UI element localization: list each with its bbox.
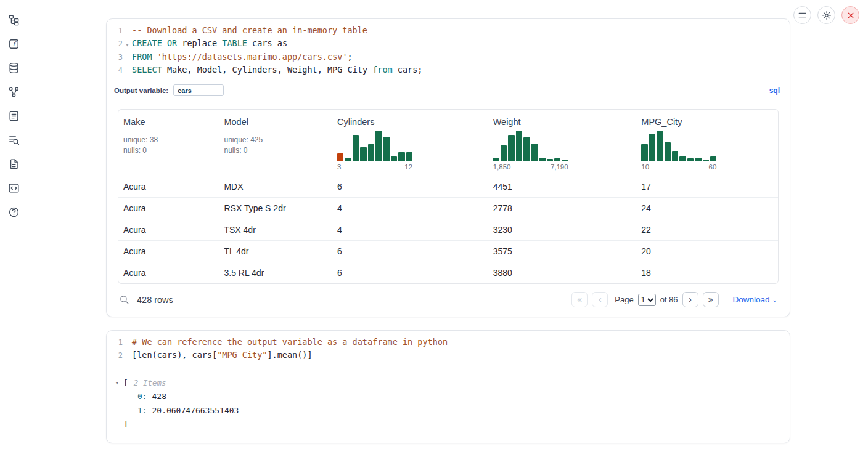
histogram-bar[interactable]: [695, 158, 701, 161]
histogram[interactable]: [337, 129, 412, 161]
histogram-bar[interactable]: [523, 137, 530, 161]
histogram-bar[interactable]: [516, 131, 522, 161]
next-page-button[interactable]: ›: [682, 292, 698, 307]
histogram-bar[interactable]: [398, 152, 404, 161]
histogram-bar[interactable]: [360, 147, 366, 161]
help-icon: [8, 206, 20, 218]
close-icon: [846, 11, 855, 20]
histogram-bar[interactable]: [710, 156, 716, 161]
line-number: 1: [107, 25, 123, 38]
histogram-bar[interactable]: [672, 151, 678, 161]
histogram-bar[interactable]: [539, 158, 545, 161]
table-cell: 4: [332, 219, 488, 241]
histogram-bar[interactable]: [657, 131, 663, 161]
close-button[interactable]: [841, 6, 859, 24]
histogram-bar[interactable]: [531, 144, 538, 161]
histogram-axis: 1060: [641, 163, 716, 171]
column-header-cylinders[interactable]: Cylinders312: [332, 110, 488, 176]
sidebar-button-scratchpad[interactable]: [6, 108, 21, 123]
sidebar-button-function[interactable]: f: [6, 36, 21, 51]
sidebar-button-documentation[interactable]: [6, 156, 21, 171]
histogram-bar[interactable]: [368, 144, 374, 161]
fold-gutter: [123, 336, 132, 349]
sidebar-button-database[interactable]: [6, 60, 21, 75]
language-badge[interactable]: sql: [769, 86, 780, 95]
column-name[interactable]: MPG_City: [641, 117, 773, 127]
histogram-bar[interactable]: [406, 152, 412, 161]
code-line[interactable]: 2▾CREATE OR replace TABLE cars as: [107, 38, 790, 52]
histogram-bar[interactable]: [508, 135, 514, 161]
histogram-bar[interactable]: [641, 144, 647, 161]
tree-root-line: ▾ [ 2 Items: [115, 376, 781, 390]
chevron-down-icon[interactable]: ▾: [115, 376, 123, 390]
code-text: # We can reference the output variable a…: [132, 336, 448, 349]
histogram[interactable]: [493, 129, 568, 161]
download-button[interactable]: Download ⌄: [733, 295, 777, 304]
table-cell: 24: [636, 198, 778, 219]
code-line[interactable]: 3FROM 'https://datasets.marimo.app/cars.…: [107, 51, 790, 64]
table-cell: 6: [332, 262, 488, 284]
column-name[interactable]: Weight: [493, 117, 632, 127]
notebook: 1-- Download a CSV and create an in-memo…: [106, 18, 790, 443]
python-editor[interactable]: 1# We can reference the output variable …: [107, 331, 790, 366]
histogram-bar[interactable]: [501, 145, 507, 161]
histogram-bar[interactable]: [562, 160, 568, 161]
table-cell: 22: [636, 219, 778, 241]
axis-min-label: 1,850: [493, 163, 511, 171]
sidebar-button-file-tree[interactable]: [6, 12, 21, 27]
histogram-bar[interactable]: [391, 156, 397, 161]
table-row[interactable]: AcuraRSX Type S 2dr4277824: [118, 198, 778, 219]
code-line[interactable]: 2[len(cars), cars["MPG_City"].mean()]: [107, 349, 790, 362]
table-cell: TSX 4dr: [219, 219, 332, 241]
histogram-bar[interactable]: [665, 142, 671, 161]
histogram-bar[interactable]: [345, 158, 351, 161]
histogram-bar[interactable]: [547, 159, 553, 161]
column-header-mpg_city[interactable]: MPG_City1060: [636, 110, 778, 176]
pagination: « ‹ Page 1 of 86 › » Download ⌄: [571, 292, 777, 307]
settings-button[interactable]: [817, 6, 835, 24]
output-variable-input[interactable]: [173, 84, 224, 96]
histogram-axis: 312: [337, 163, 412, 171]
column-header-weight[interactable]: Weight1,8507,190: [488, 110, 637, 176]
table-row[interactable]: AcuraTL 4dr6357520: [118, 241, 778, 262]
table-footer: 428 rows « ‹ Page 1 of 86 › » Download ⌄: [107, 284, 790, 317]
column-name[interactable]: Cylinders: [337, 117, 483, 127]
menu-button[interactable]: [793, 6, 811, 24]
column-header-make[interactable]: Makeunique: 38nulls: 0: [118, 110, 219, 176]
histogram-bar[interactable]: [687, 158, 694, 161]
histogram-bar[interactable]: [337, 153, 343, 161]
column-name[interactable]: Make: [123, 117, 214, 127]
sidebar-button-logs[interactable]: [6, 132, 21, 147]
code-line[interactable]: 1-- Download a CSV and create an in-memo…: [107, 25, 790, 38]
histogram-bar[interactable]: [554, 158, 560, 161]
table-row[interactable]: AcuraTSX 4dr4323022: [118, 219, 778, 241]
histogram-bar[interactable]: [703, 160, 709, 161]
sql-editor[interactable]: 1-- Download a CSV and create an in-memo…: [107, 19, 790, 81]
code-line[interactable]: 1# We can reference the output variable …: [107, 336, 790, 349]
table-cell: Acura: [118, 241, 219, 262]
sidebar-button-dependency-graph[interactable]: [6, 84, 21, 99]
column-name[interactable]: Model: [224, 117, 327, 127]
table-row[interactable]: Acura3.5 RL 4dr6388018: [118, 262, 778, 284]
scratchpad-icon: [8, 110, 20, 122]
fold-chevron-icon[interactable]: ▾: [123, 38, 132, 52]
histogram-bar[interactable]: [679, 156, 686, 161]
file-tree-icon: [8, 14, 20, 26]
histogram-bar[interactable]: [383, 137, 389, 161]
last-page-button[interactable]: »: [703, 292, 719, 307]
histogram-bar[interactable]: [375, 131, 382, 161]
table-row[interactable]: AcuraMDX6445117: [118, 176, 778, 198]
histogram-bar[interactable]: [493, 158, 499, 161]
sidebar-button-help[interactable]: [6, 204, 21, 219]
search-icon[interactable]: [119, 294, 129, 305]
histogram-bar[interactable]: [649, 134, 655, 161]
code-text: [len(cars), cars["MPG_City"].mean()]: [132, 349, 313, 362]
code-line[interactable]: 4SELECT Make, Model, Cylinders, Weight, …: [107, 64, 790, 77]
first-page-button[interactable]: «: [571, 292, 588, 307]
column-header-model[interactable]: Modelunique: 425nulls: 0: [219, 110, 332, 176]
page-select[interactable]: 1: [638, 294, 656, 306]
histogram[interactable]: [641, 129, 716, 161]
sidebar-button-snippets[interactable]: [6, 180, 21, 195]
histogram-bar[interactable]: [353, 135, 359, 161]
prev-page-button[interactable]: ‹: [592, 292, 608, 307]
